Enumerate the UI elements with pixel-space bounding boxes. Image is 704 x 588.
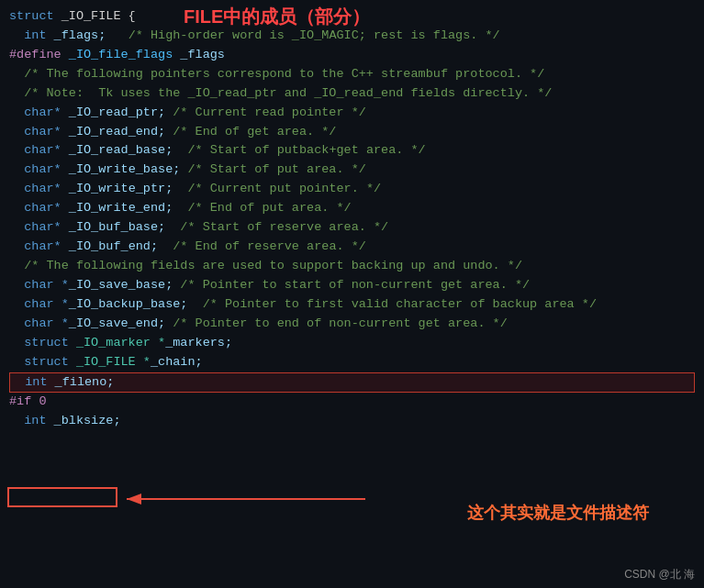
code-token: char* xyxy=(9,162,61,176)
code-token: _flags; xyxy=(47,28,129,42)
code-token: /* End of put area. */ xyxy=(173,201,351,215)
code-token: _IO_marker * xyxy=(69,336,165,349)
code-token: char* xyxy=(9,201,61,215)
code-token: _fileno; xyxy=(48,375,115,389)
code-token: /* End of get area. */ xyxy=(165,125,336,139)
code-token: char * xyxy=(9,316,69,330)
code-token: _markers; xyxy=(165,336,232,349)
code-line: char* _IO_write_base; /* Start of put ar… xyxy=(9,161,695,180)
code-token: char* xyxy=(9,143,61,157)
watermark: CSDN @北 海 xyxy=(624,567,695,582)
code-line: char* _IO_read_ptr; /* Current read poin… xyxy=(9,104,695,123)
code-line: char *_IO_backup_base; /* Pointer to fir… xyxy=(9,295,695,315)
code-token: _IO_FILE * xyxy=(69,355,151,369)
code-token: /* Start of put area. */ xyxy=(180,162,366,176)
code-token: _IO_file_flags xyxy=(61,48,173,61)
code-token: _IO_FILE { xyxy=(54,9,136,23)
code-token: char* xyxy=(9,105,61,119)
code-token: #define xyxy=(9,48,61,61)
code-line: /* The following pointers correspond to … xyxy=(9,65,695,84)
code-token: struct xyxy=(9,355,69,369)
code-line: char *_IO_save_base; /* Pointer to start… xyxy=(9,276,695,295)
code-token: char* xyxy=(9,239,61,253)
code-token: _IO_read_ptr; xyxy=(61,105,165,119)
code-line: int _blksize; xyxy=(9,412,695,431)
code-token: char* xyxy=(9,182,61,195)
code-token: char * xyxy=(9,297,69,311)
code-token: /* The following fields are used to supp… xyxy=(24,259,522,272)
code-token: /* Start of putback+get area. */ xyxy=(173,143,425,157)
code-token: /* End of reserve area. */ xyxy=(158,239,366,253)
code-token: char * xyxy=(9,278,69,292)
code-token xyxy=(9,67,24,81)
code-line: char* _IO_buf_end; /* End of reserve are… xyxy=(9,238,695,257)
code-token xyxy=(9,86,24,100)
code-token: /* The following pointers correspond to … xyxy=(24,67,544,81)
code-block: struct _IO_FILE { int _flags; /* High-or… xyxy=(9,7,695,431)
code-token: /* Current read pointer */ xyxy=(165,105,366,119)
code-container: struct _IO_FILE { int _flags; /* High-or… xyxy=(0,0,704,588)
annotation-text: 这个其实就是文件描述符 xyxy=(467,502,649,524)
code-line: char* _IO_write_end; /* End of put area.… xyxy=(9,199,695,218)
code-line: char* _IO_read_base; /* Start of putback… xyxy=(9,141,695,161)
annotation-arrow xyxy=(117,485,374,513)
code-line: struct _IO_FILE *_chain; xyxy=(9,353,695,372)
code-line: /* The following fields are used to supp… xyxy=(9,257,695,276)
code-line: #define _IO_file_flags _flags xyxy=(9,46,695,65)
code-line: char *_IO_save_end; /* Pointer to end of… xyxy=(9,315,695,334)
code-token: _IO_read_base; xyxy=(61,143,173,157)
code-line: char* _IO_write_ptr; /* Current put poin… xyxy=(9,180,695,199)
code-token: _chain; xyxy=(151,355,203,369)
code-token: /* Current put pointer. */ xyxy=(173,182,381,195)
annotation-title: FILE中的成员（部分） xyxy=(184,5,370,29)
code-token xyxy=(9,259,24,272)
code-token: _IO_save_base; xyxy=(69,278,173,292)
code-token: struct xyxy=(9,336,69,349)
code-line: /* Note: Tk uses the _IO_read_ptr and _I… xyxy=(9,84,695,104)
code-token: _IO_read_end; xyxy=(61,125,165,139)
code-token: #if 0 xyxy=(9,394,47,408)
highlight-box xyxy=(7,487,117,507)
code-token: _IO_save_end; xyxy=(69,316,165,330)
code-token: _IO_buf_end; xyxy=(61,239,158,253)
code-token: char* xyxy=(9,220,61,234)
code-token: /* Pointer to start of non-current get a… xyxy=(173,278,530,292)
code-token: /* Pointer to first valid character of b… xyxy=(187,297,597,311)
code-token: int xyxy=(10,375,48,389)
code-token: _IO_backup_base; xyxy=(69,297,188,311)
code-token: _IO_write_end; xyxy=(61,201,173,215)
code-line: char* _IO_buf_base; /* Start of reserve … xyxy=(9,218,695,238)
code-token: /* Note: Tk uses the _IO_read_ptr and _I… xyxy=(24,86,552,100)
code-token: /* Start of reserve area. */ xyxy=(165,220,388,234)
code-token: char* xyxy=(9,125,61,139)
code-token: _IO_write_ptr; xyxy=(61,182,173,195)
code-token: int xyxy=(9,28,47,42)
code-line: #if 0 xyxy=(9,393,695,412)
code-line: struct _IO_marker *_markers; xyxy=(9,334,695,353)
code-token: struct xyxy=(9,9,54,23)
code-token: int xyxy=(9,414,47,427)
code-token: _IO_write_base; xyxy=(61,162,181,176)
code-token: /* Pointer to end of non-current get are… xyxy=(165,316,508,330)
code-token: _blksize; xyxy=(47,414,121,427)
code-line: int _flags; /* High-order word is _IO_MA… xyxy=(9,27,695,46)
code-line: char* _IO_read_end; /* End of get area. … xyxy=(9,123,695,142)
code-token: _flags xyxy=(173,48,225,61)
code-token: _IO_buf_base; xyxy=(61,220,165,234)
code-token: /* High-order word is _IO_MAGIC; rest is… xyxy=(129,28,500,42)
code-line: int _fileno; xyxy=(9,372,695,394)
